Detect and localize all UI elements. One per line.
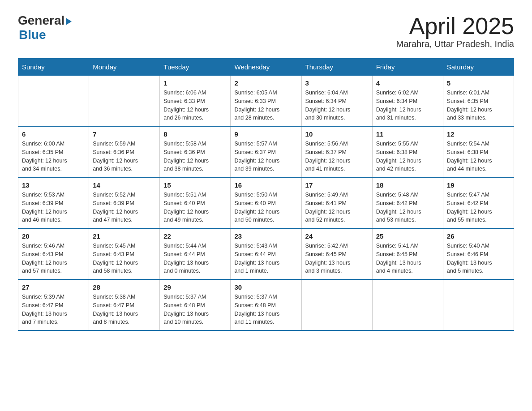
day-number: 18: [376, 181, 439, 189]
day-number: 10: [305, 130, 369, 138]
day-number: 21: [93, 232, 156, 240]
day-number: 20: [22, 232, 85, 240]
day-number: 5: [447, 79, 510, 87]
day-number: 13: [22, 181, 85, 189]
calendar-cell: 9Sunrise: 5:57 AMSunset: 6:37 PMDaylight…: [231, 126, 301, 177]
day-number: 26: [447, 232, 510, 240]
calendar-week-row: 1Sunrise: 6:06 AMSunset: 6:33 PMDaylight…: [18, 76, 514, 127]
day-number: 23: [234, 232, 297, 240]
day-info: Sunrise: 5:43 AMSunset: 6:44 PMDaylight:…: [234, 242, 297, 275]
calendar-cell: 13Sunrise: 5:53 AMSunset: 6:39 PMDayligh…: [18, 177, 89, 228]
calendar-cell: 25Sunrise: 5:41 AMSunset: 6:45 PMDayligh…: [372, 228, 443, 279]
logo-arrow-icon: [66, 18, 72, 25]
calendar-cell: 19Sunrise: 5:47 AMSunset: 6:42 PMDayligh…: [443, 177, 514, 228]
day-info: Sunrise: 5:51 AMSunset: 6:40 PMDaylight:…: [163, 191, 227, 224]
day-number: 12: [447, 130, 510, 138]
calendar-cell: 20Sunrise: 5:46 AMSunset: 6:43 PMDayligh…: [18, 228, 89, 279]
calendar-table: SundayMondayTuesdayWednesdayThursdayFrid…: [18, 58, 514, 331]
calendar-header-tuesday: Tuesday: [160, 59, 231, 76]
day-number: 22: [163, 232, 227, 240]
day-info: Sunrise: 6:06 AMSunset: 6:33 PMDaylight:…: [163, 89, 227, 122]
day-info: Sunrise: 6:04 AMSunset: 6:34 PMDaylight:…: [305, 89, 369, 122]
day-info: Sunrise: 5:46 AMSunset: 6:43 PMDaylight:…: [22, 242, 85, 275]
day-number: 27: [22, 283, 85, 291]
logo-blue-text: Blue: [19, 28, 46, 42]
calendar-week-row: 6Sunrise: 6:00 AMSunset: 6:35 PMDaylight…: [18, 126, 514, 177]
day-number: 14: [93, 181, 156, 189]
day-info: Sunrise: 5:38 AMSunset: 6:47 PMDaylight:…: [93, 293, 156, 326]
day-info: Sunrise: 6:05 AMSunset: 6:33 PMDaylight:…: [234, 89, 297, 122]
day-info: Sunrise: 5:47 AMSunset: 6:42 PMDaylight:…: [447, 191, 510, 224]
day-number: 1: [163, 79, 227, 87]
day-number: 24: [305, 232, 369, 240]
day-number: 8: [163, 130, 227, 138]
day-number: 11: [376, 130, 439, 138]
calendar-cell: 8Sunrise: 5:58 AMSunset: 6:36 PMDaylight…: [160, 126, 231, 177]
day-info: Sunrise: 5:48 AMSunset: 6:42 PMDaylight:…: [376, 191, 439, 224]
logo-general-text: General: [18, 13, 64, 28]
day-info: Sunrise: 6:01 AMSunset: 6:35 PMDaylight:…: [447, 89, 510, 122]
day-number: 15: [163, 181, 227, 189]
day-number: 3: [305, 79, 369, 87]
day-info: Sunrise: 5:56 AMSunset: 6:37 PMDaylight:…: [305, 140, 369, 173]
calendar-cell: 6Sunrise: 6:00 AMSunset: 6:35 PMDaylight…: [18, 126, 89, 177]
calendar-cell: 4Sunrise: 6:02 AMSunset: 6:34 PMDaylight…: [372, 76, 443, 127]
day-number: 2: [234, 79, 297, 87]
calendar-week-row: 20Sunrise: 5:46 AMSunset: 6:43 PMDayligh…: [18, 228, 514, 279]
logo: General Blue: [18, 13, 72, 42]
calendar-cell: 21Sunrise: 5:45 AMSunset: 6:43 PMDayligh…: [89, 228, 160, 279]
calendar-cell: 17Sunrise: 5:49 AMSunset: 6:41 PMDayligh…: [301, 177, 372, 228]
calendar-cell: [89, 76, 160, 127]
day-info: Sunrise: 5:39 AMSunset: 6:47 PMDaylight:…: [22, 293, 85, 326]
calendar-subtitle: Marahra, Uttar Pradesh, India: [396, 39, 514, 49]
calendar-cell: [301, 279, 372, 330]
calendar-cell: 7Sunrise: 5:59 AMSunset: 6:36 PMDaylight…: [89, 126, 160, 177]
day-number: 29: [163, 283, 227, 291]
calendar-header-thursday: Thursday: [301, 59, 372, 76]
calendar-header-sunday: Sunday: [18, 59, 89, 76]
day-info: Sunrise: 5:44 AMSunset: 6:44 PMDaylight:…: [163, 242, 227, 275]
day-number: 28: [93, 283, 156, 291]
day-info: Sunrise: 5:55 AMSunset: 6:38 PMDaylight:…: [376, 140, 439, 173]
day-info: Sunrise: 5:57 AMSunset: 6:37 PMDaylight:…: [234, 140, 297, 173]
day-info: Sunrise: 5:49 AMSunset: 6:41 PMDaylight:…: [305, 191, 369, 224]
day-info: Sunrise: 6:02 AMSunset: 6:34 PMDaylight:…: [376, 89, 439, 122]
calendar-cell: 5Sunrise: 6:01 AMSunset: 6:35 PMDaylight…: [443, 76, 514, 127]
calendar-header-row: SundayMondayTuesdayWednesdayThursdayFrid…: [18, 59, 514, 76]
day-info: Sunrise: 5:40 AMSunset: 6:46 PMDaylight:…: [447, 242, 510, 275]
calendar-cell: 28Sunrise: 5:38 AMSunset: 6:47 PMDayligh…: [89, 279, 160, 330]
day-info: Sunrise: 5:54 AMSunset: 6:38 PMDaylight:…: [447, 140, 510, 173]
calendar-cell: [443, 279, 514, 330]
day-info: Sunrise: 5:37 AMSunset: 6:48 PMDaylight:…: [234, 293, 297, 326]
calendar-cell: 29Sunrise: 5:37 AMSunset: 6:48 PMDayligh…: [160, 279, 231, 330]
day-number: 6: [22, 130, 85, 138]
calendar-cell: 30Sunrise: 5:37 AMSunset: 6:48 PMDayligh…: [231, 279, 301, 330]
day-info: Sunrise: 5:53 AMSunset: 6:39 PMDaylight:…: [22, 191, 85, 224]
title-block: April 2025 Marahra, Uttar Pradesh, India: [396, 13, 514, 49]
day-info: Sunrise: 5:50 AMSunset: 6:40 PMDaylight:…: [234, 191, 297, 224]
page-header: General Blue April 2025 Marahra, Uttar P…: [18, 13, 514, 49]
day-info: Sunrise: 5:58 AMSunset: 6:36 PMDaylight:…: [163, 140, 227, 173]
day-info: Sunrise: 5:42 AMSunset: 6:45 PMDaylight:…: [305, 242, 369, 275]
day-number: 7: [93, 130, 156, 138]
calendar-cell: 3Sunrise: 6:04 AMSunset: 6:34 PMDaylight…: [301, 76, 372, 127]
calendar-header-saturday: Saturday: [443, 59, 514, 76]
day-info: Sunrise: 5:59 AMSunset: 6:36 PMDaylight:…: [93, 140, 156, 173]
day-number: 9: [234, 130, 297, 138]
day-info: Sunrise: 5:52 AMSunset: 6:39 PMDaylight:…: [93, 191, 156, 224]
calendar-header-monday: Monday: [89, 59, 160, 76]
calendar-cell: 12Sunrise: 5:54 AMSunset: 6:38 PMDayligh…: [443, 126, 514, 177]
calendar-cell: 18Sunrise: 5:48 AMSunset: 6:42 PMDayligh…: [372, 177, 443, 228]
day-number: 4: [376, 79, 439, 87]
calendar-cell: 23Sunrise: 5:43 AMSunset: 6:44 PMDayligh…: [231, 228, 301, 279]
calendar-cell: 10Sunrise: 5:56 AMSunset: 6:37 PMDayligh…: [301, 126, 372, 177]
day-number: 25: [376, 232, 439, 240]
day-info: Sunrise: 6:00 AMSunset: 6:35 PMDaylight:…: [22, 140, 85, 173]
calendar-cell: 24Sunrise: 5:42 AMSunset: 6:45 PMDayligh…: [301, 228, 372, 279]
day-info: Sunrise: 5:45 AMSunset: 6:43 PMDaylight:…: [93, 242, 156, 275]
calendar-cell: 26Sunrise: 5:40 AMSunset: 6:46 PMDayligh…: [443, 228, 514, 279]
calendar-week-row: 27Sunrise: 5:39 AMSunset: 6:47 PMDayligh…: [18, 279, 514, 330]
calendar-header-friday: Friday: [372, 59, 443, 76]
day-number: 30: [234, 283, 297, 291]
calendar-cell: 16Sunrise: 5:50 AMSunset: 6:40 PMDayligh…: [231, 177, 301, 228]
